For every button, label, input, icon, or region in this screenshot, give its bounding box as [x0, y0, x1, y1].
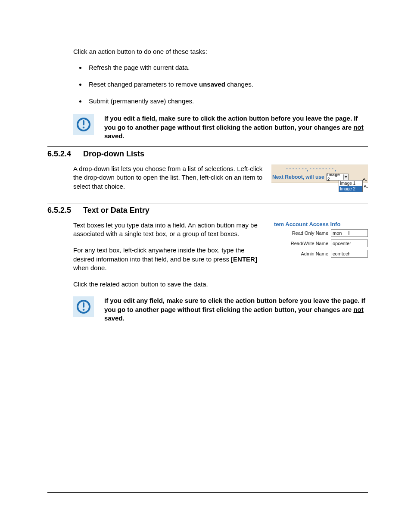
section-heading-6525: 6.5.2.5 Text or Data Entry: [47, 206, 368, 215]
dropdown-option[interactable]: Image 1: [339, 180, 362, 186]
text: For any text box, left-click anywhere in…: [73, 246, 245, 262]
note-block: If you edit any field, make sure to clic…: [73, 296, 368, 323]
dropdown-illustration: - - - - - - -, - - - - - - - - , Next Re…: [271, 165, 368, 191]
dropdown-option-selected[interactable]: Image 2: [339, 186, 362, 192]
section-heading-6524: 6.5.2.4 Drop-down Lists: [47, 149, 368, 159]
svg-marker-3: [345, 176, 347, 178]
text: when done.: [73, 264, 107, 271]
alert-icon: [73, 296, 94, 317]
field-label: Read/Write Name: [291, 241, 328, 246]
image-select-dropdown[interactable]: Image 2: [326, 174, 349, 180]
section-number: 6.5.2.4: [47, 149, 81, 159]
field-label: Read Only Name: [292, 230, 328, 236]
alert-icon: [73, 114, 94, 135]
text: saved.: [104, 314, 125, 322]
admin-name-input[interactable]: comtech: [331, 250, 368, 258]
text-bold: unsaved: [199, 81, 225, 88]
svg-rect-5: [83, 302, 84, 308]
field-label: Admin Name: [301, 251, 328, 256]
text: If you edit a field, make sure to click …: [104, 115, 358, 131]
dropdown-options[interactable]: Image 1 Image 2: [339, 180, 363, 192]
body-text: Text boxes let you type data into a fiel…: [73, 221, 266, 239]
section-title: Drop-down Lists: [83, 149, 144, 158]
text: changes.: [225, 81, 253, 88]
note-text: If you edit a field, make sure to click …: [104, 114, 368, 140]
text: If you edit any field, make sure to clic…: [104, 297, 365, 313]
section-body-6525: Text boxes let you type data into a fiel…: [73, 221, 368, 289]
divider: [47, 146, 368, 147]
note-block: If you edit a field, make sure to click …: [73, 114, 368, 140]
chevron-down-icon[interactable]: [343, 174, 348, 180]
section-title: Text or Data Entry: [83, 206, 149, 215]
divider: [47, 203, 368, 203]
section-body-6524: A drop-down list lets you choose from a …: [73, 165, 368, 191]
list-item: Submit (permanently save) changes.: [86, 97, 368, 105]
svg-point-6: [83, 309, 85, 311]
text-underline: not: [353, 306, 363, 313]
list-item: Refresh the page with current data.: [86, 64, 368, 71]
clipped-label: - - - - - - -, - - - - - - - - ,: [271, 166, 368, 174]
label-next-reboot: Next Reboot, will use: [272, 174, 324, 180]
body-text: For any text box, left-click anywhere in…: [73, 246, 266, 272]
read-write-name-input[interactable]: opcenter: [331, 240, 368, 247]
cursor-icon: ↖: [363, 183, 369, 190]
section-number: 6.5.2.5: [47, 206, 81, 215]
text: Reset changed parameters to remove: [89, 81, 199, 88]
page-content: Click an action button to do one of thes…: [0, 0, 411, 346]
task-list: Refresh the page with current data. Rese…: [73, 64, 368, 105]
text-underline: not: [353, 124, 363, 131]
text-entry-illustration: tem Account Access Info Read Only Name m…: [274, 221, 368, 289]
text: saved.: [104, 132, 125, 140]
panel-title: tem Account Access Info: [274, 221, 368, 229]
body-text: Click the related action button to save …: [73, 280, 266, 289]
intro-text: Click an action button to do one of thes…: [73, 47, 368, 56]
body-text: A drop-down list lets you choose from a …: [73, 165, 264, 191]
footer-divider: [47, 492, 368, 493]
svg-point-2: [83, 127, 85, 129]
list-item: Reset changed parameters to remove unsav…: [86, 81, 368, 88]
text-bold: [ENTER]: [231, 255, 257, 263]
svg-rect-1: [83, 120, 84, 125]
note-text: If you edit any field, make sure to clic…: [104, 296, 368, 323]
text-cursor-icon: I: [348, 230, 350, 236]
